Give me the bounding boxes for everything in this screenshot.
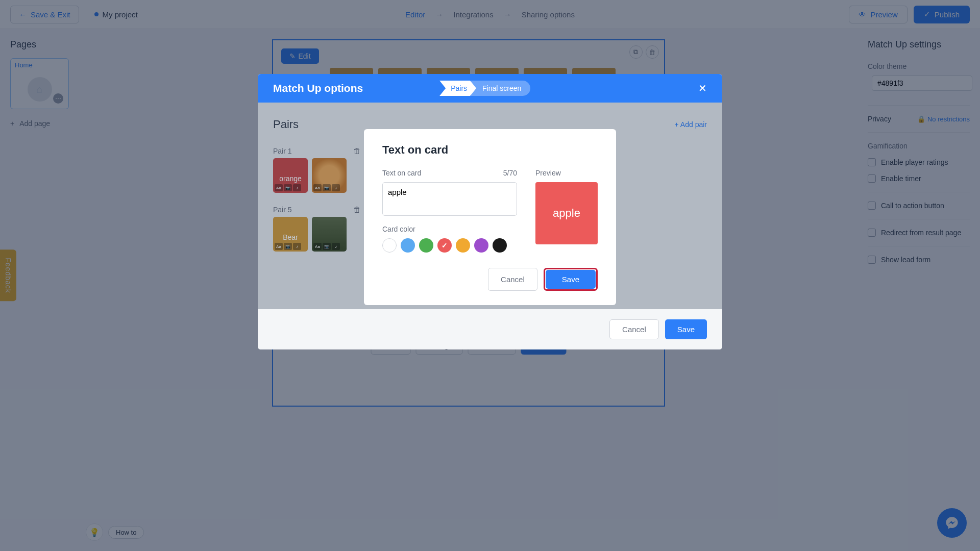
- modal-title: Match Up options: [273, 82, 363, 94]
- color-option-black[interactable]: [493, 238, 507, 253]
- char-count: 5/70: [503, 169, 517, 177]
- color-option-white[interactable]: [382, 238, 397, 253]
- preview-label: Preview: [535, 169, 598, 177]
- color-option-purple[interactable]: [474, 238, 488, 253]
- card-color-label: Card color: [382, 225, 517, 233]
- text-save-button[interactable]: Save: [546, 270, 596, 289]
- field-label: Text on card: [382, 169, 421, 177]
- color-option-blue[interactable]: [401, 238, 415, 253]
- color-option-red[interactable]: [437, 238, 452, 253]
- options-save-button[interactable]: Save: [665, 319, 707, 339]
- color-option-green[interactable]: [419, 238, 433, 253]
- text-on-card-title: Text on card: [382, 143, 598, 157]
- options-cancel-button[interactable]: Cancel: [609, 319, 659, 339]
- card-text-input[interactable]: [382, 182, 517, 216]
- color-option-orange[interactable]: [456, 238, 470, 253]
- card-preview: apple: [535, 182, 598, 244]
- tab-final-screen[interactable]: Final screen: [471, 81, 530, 96]
- save-button-highlight: Save: [544, 268, 598, 291]
- close-icon[interactable]: ✕: [698, 82, 707, 94]
- text-cancel-button[interactable]: Cancel: [488, 268, 537, 291]
- text-on-card-modal: Text on card Text on card 5/70 Card colo…: [364, 129, 616, 305]
